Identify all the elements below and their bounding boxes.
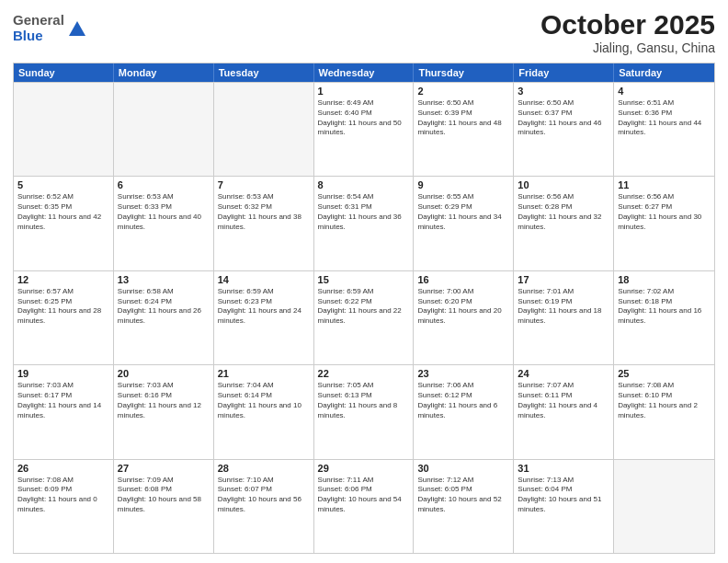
day-cell-26: 26Sunrise: 7:08 AM Sunset: 6:09 PM Dayli…	[14, 460, 114, 553]
day-number: 18	[618, 274, 711, 285]
svg-marker-0	[69, 21, 85, 36]
day-cell-6: 6Sunrise: 6:53 AM Sunset: 6:33 PM Daylig…	[114, 177, 214, 270]
day-cell-24: 24Sunrise: 7:07 AM Sunset: 6:11 PM Dayli…	[514, 365, 614, 458]
day-cell-19: 19Sunrise: 7:03 AM Sunset: 6:17 PM Dayli…	[14, 365, 114, 458]
day-cell-30: 30Sunrise: 7:12 AM Sunset: 6:05 PM Dayli…	[414, 460, 514, 553]
day-info: Sunrise: 6:56 AM Sunset: 6:27 PM Dayligh…	[618, 192, 711, 232]
day-number: 31	[518, 463, 609, 474]
day-cell-31: 31Sunrise: 7:13 AM Sunset: 6:04 PM Dayli…	[514, 460, 614, 553]
day-info: Sunrise: 7:07 AM Sunset: 6:11 PM Dayligh…	[518, 381, 609, 420]
day-number: 29	[318, 463, 410, 474]
day-info: Sunrise: 6:58 AM Sunset: 6:24 PM Dayligh…	[118, 287, 210, 327]
day-cell-14: 14Sunrise: 6:59 AM Sunset: 6:23 PM Dayli…	[214, 271, 314, 364]
day-info: Sunrise: 6:57 AM Sunset: 6:25 PM Dayligh…	[17, 287, 109, 327]
logo-general: General	[13, 13, 64, 29]
day-cell-1: 1Sunrise: 6:49 AM Sunset: 6:40 PM Daylig…	[314, 83, 415, 176]
day-info: Sunrise: 6:51 AM Sunset: 6:36 PM Dayligh…	[618, 98, 711, 138]
day-number: 6	[118, 179, 210, 190]
day-cell-18: 18Sunrise: 7:02 AM Sunset: 6:18 PM Dayli…	[614, 271, 714, 364]
day-cell-9: 9Sunrise: 6:55 AM Sunset: 6:29 PM Daylig…	[414, 177, 514, 270]
day-info: Sunrise: 6:59 AM Sunset: 6:23 PM Dayligh…	[218, 287, 310, 327]
empty-cell	[14, 83, 114, 176]
day-number: 28	[218, 463, 310, 474]
title-block: October 2025 Jialing, Gansu, China	[540, 9, 715, 55]
day-number: 30	[417, 463, 509, 474]
day-number: 20	[118, 368, 210, 379]
day-cell-17: 17Sunrise: 7:01 AM Sunset: 6:19 PM Dayli…	[514, 271, 614, 364]
header-cell-tuesday: Tuesday	[214, 63, 314, 82]
day-info: Sunrise: 6:56 AM Sunset: 6:28 PM Dayligh…	[518, 192, 609, 232]
empty-cell	[214, 83, 314, 176]
day-number: 9	[417, 179, 509, 190]
day-info: Sunrise: 7:13 AM Sunset: 6:04 PM Dayligh…	[518, 476, 609, 515]
day-cell-16: 16Sunrise: 7:00 AM Sunset: 6:20 PM Dayli…	[414, 271, 514, 364]
day-info: Sunrise: 7:02 AM Sunset: 6:18 PM Dayligh…	[618, 287, 711, 327]
day-info: Sunrise: 6:53 AM Sunset: 6:32 PM Dayligh…	[218, 192, 310, 232]
header-cell-thursday: Thursday	[414, 63, 514, 82]
calendar-header: SundayMondayTuesdayWednesdayThursdayFrid…	[14, 63, 714, 82]
day-cell-23: 23Sunrise: 7:06 AM Sunset: 6:12 PM Dayli…	[414, 365, 514, 458]
calendar-row-0: 1Sunrise: 6:49 AM Sunset: 6:40 PM Daylig…	[14, 82, 714, 176]
calendar-body: 1Sunrise: 6:49 AM Sunset: 6:40 PM Daylig…	[14, 82, 714, 553]
page-header: General Blue October 2025 Jialing, Gansu…	[13, 9, 715, 55]
day-info: Sunrise: 6:50 AM Sunset: 6:39 PM Dayligh…	[417, 98, 509, 138]
header-cell-monday: Monday	[114, 63, 214, 82]
day-cell-15: 15Sunrise: 6:59 AM Sunset: 6:22 PM Dayli…	[314, 271, 415, 364]
calendar-title: October 2025	[540, 9, 715, 40]
day-info: Sunrise: 7:10 AM Sunset: 6:07 PM Dayligh…	[218, 476, 310, 515]
day-number: 8	[318, 179, 410, 190]
day-cell-5: 5Sunrise: 6:52 AM Sunset: 6:35 PM Daylig…	[14, 177, 114, 270]
day-number: 10	[518, 179, 609, 190]
logo: General Blue	[13, 13, 87, 43]
day-number: 12	[17, 274, 109, 285]
day-number: 24	[518, 368, 609, 379]
empty-cell	[114, 83, 214, 176]
day-info: Sunrise: 6:53 AM Sunset: 6:33 PM Dayligh…	[118, 192, 210, 232]
day-number: 16	[417, 274, 509, 285]
day-number: 15	[318, 274, 410, 285]
day-info: Sunrise: 6:55 AM Sunset: 6:29 PM Dayligh…	[417, 192, 509, 232]
day-cell-22: 22Sunrise: 7:05 AM Sunset: 6:13 PM Dayli…	[314, 365, 415, 458]
day-info: Sunrise: 7:12 AM Sunset: 6:05 PM Dayligh…	[417, 476, 509, 515]
day-cell-7: 7Sunrise: 6:53 AM Sunset: 6:32 PM Daylig…	[214, 177, 314, 270]
day-number: 17	[518, 274, 609, 285]
day-number: 7	[218, 179, 310, 190]
day-info: Sunrise: 6:59 AM Sunset: 6:22 PM Dayligh…	[318, 287, 410, 327]
day-number: 1	[318, 86, 410, 97]
day-number: 13	[118, 274, 210, 285]
day-cell-2: 2Sunrise: 6:50 AM Sunset: 6:39 PM Daylig…	[414, 83, 514, 176]
calendar-row-4: 26Sunrise: 7:08 AM Sunset: 6:09 PM Dayli…	[14, 459, 714, 553]
day-number: 19	[17, 368, 109, 379]
calendar-row-3: 19Sunrise: 7:03 AM Sunset: 6:17 PM Dayli…	[14, 364, 714, 458]
logo-blue: Blue	[13, 29, 64, 44]
day-number: 14	[218, 274, 310, 285]
day-info: Sunrise: 7:08 AM Sunset: 6:09 PM Dayligh…	[17, 476, 109, 515]
day-cell-28: 28Sunrise: 7:10 AM Sunset: 6:07 PM Dayli…	[214, 460, 314, 553]
calendar-subtitle: Jialing, Gansu, China	[540, 40, 715, 55]
day-info: Sunrise: 7:11 AM Sunset: 6:06 PM Dayligh…	[318, 476, 410, 515]
day-cell-4: 4Sunrise: 6:51 AM Sunset: 6:36 PM Daylig…	[614, 83, 714, 176]
day-info: Sunrise: 7:08 AM Sunset: 6:10 PM Dayligh…	[618, 381, 711, 420]
day-number: 3	[518, 86, 609, 97]
logo-icon	[67, 19, 87, 40]
header-cell-sunday: Sunday	[14, 63, 114, 82]
day-cell-3: 3Sunrise: 6:50 AM Sunset: 6:37 PM Daylig…	[514, 83, 614, 176]
day-cell-10: 10Sunrise: 6:56 AM Sunset: 6:28 PM Dayli…	[514, 177, 614, 270]
day-cell-11: 11Sunrise: 6:56 AM Sunset: 6:27 PM Dayli…	[614, 177, 714, 270]
day-info: Sunrise: 7:03 AM Sunset: 6:17 PM Dayligh…	[17, 381, 109, 420]
day-cell-8: 8Sunrise: 6:54 AM Sunset: 6:31 PM Daylig…	[314, 177, 415, 270]
day-number: 4	[618, 86, 711, 97]
day-info: Sunrise: 6:54 AM Sunset: 6:31 PM Dayligh…	[318, 192, 410, 232]
day-number: 23	[417, 368, 509, 379]
day-number: 27	[118, 463, 210, 474]
day-number: 11	[618, 179, 711, 190]
day-info: Sunrise: 7:05 AM Sunset: 6:13 PM Dayligh…	[318, 381, 410, 420]
calendar-row-2: 12Sunrise: 6:57 AM Sunset: 6:25 PM Dayli…	[14, 270, 714, 364]
day-info: Sunrise: 6:49 AM Sunset: 6:40 PM Dayligh…	[318, 98, 410, 138]
day-number: 2	[417, 86, 509, 97]
day-info: Sunrise: 7:09 AM Sunset: 6:08 PM Dayligh…	[118, 476, 210, 515]
header-cell-wednesday: Wednesday	[314, 63, 415, 82]
day-cell-21: 21Sunrise: 7:04 AM Sunset: 6:14 PM Dayli…	[214, 365, 314, 458]
calendar-row-1: 5Sunrise: 6:52 AM Sunset: 6:35 PM Daylig…	[14, 176, 714, 270]
day-cell-20: 20Sunrise: 7:03 AM Sunset: 6:16 PM Dayli…	[114, 365, 214, 458]
